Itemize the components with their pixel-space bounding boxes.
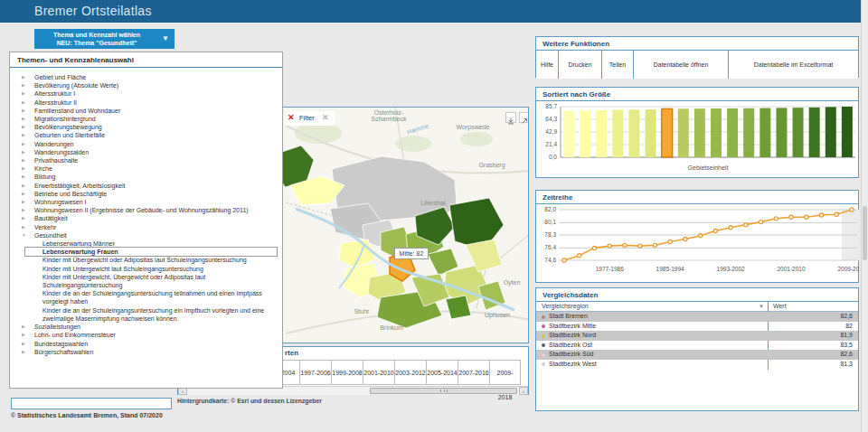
menu-item[interactable]: ▶Kirche [10,164,282,173]
comparison-row[interactable]: Stadt Bremen82,6 [536,312,858,322]
function-button[interactable]: Datentabelle öffnen [634,51,729,79]
bar[interactable] [711,108,722,157]
menu-item[interactable]: Lebenserwartung Frauen [10,248,282,256]
bar[interactable] [612,110,623,157]
comparison-row[interactable]: Stadtbezirk Mitte82 [536,322,858,332]
function-button[interactable]: Teilen [602,51,634,79]
page-scrollbar[interactable] [861,0,868,432]
column-value-label[interactable]: Wert [773,303,787,309]
function-button[interactable]: Hilfe [536,51,559,79]
bar[interactable] [826,107,836,157]
timeline-cell[interactable]: 2001-2010 [363,360,394,385]
menu-item[interactable]: ▶Wanderungssalden [10,148,282,156]
line-chart[interactable]: 82,080,178,376,474,61977-19861985-199419… [537,204,859,282]
expand-map-button[interactable] [519,112,529,123]
scroll-right-arrow[interactable]: › [519,387,528,395]
menu-item[interactable]: Kinder mit Untergewicht, Übergewicht ode… [10,273,282,289]
line-marker[interactable] [638,244,642,248]
menu-item[interactable]: ▶Migrationshintergrund [10,115,282,123]
bar[interactable] [793,108,804,157]
menu-item[interactable]: Kinder mit Untergewicht laut Schuleingan… [10,265,282,273]
close-filter-icon[interactable]: ✕ [288,113,295,122]
line-marker[interactable] [819,213,823,217]
bar[interactable] [563,111,574,157]
line-marker[interactable] [592,246,596,249]
menu-item[interactable]: ▶Familienstand und Wohndauer [10,107,282,115]
menu-item[interactable]: ▶Gebiet und Fläche [10,73,282,81]
menu-item[interactable]: Kinder mit Übergewicht oder Adipositas l… [10,256,282,264]
timeline-cell[interactable]: 1999-2008 [331,360,363,385]
scrollbar-thumb[interactable] [370,388,517,394]
menu-item[interactable]: ▶Bundestagswahlen [10,340,282,348]
menu-item[interactable]: ▶Wanderungen [10,140,282,148]
bar[interactable] [776,108,787,157]
comparison-row[interactable]: Stadtbezirk Nord81,9 [536,331,858,341]
bar-chart[interactable]: 85,764,342,921,40,0Gebietseinheit [537,101,859,177]
timeline-cell[interactable]: 1997-2006 [299,360,331,385]
function-button[interactable]: Datentabelle im Excelformat [729,51,858,79]
clear-filter-icon[interactable]: ✕ [322,113,329,122]
line-marker[interactable] [578,254,581,258]
menu-item[interactable]: Kinder die an der Schuleingangsuntersuch… [10,306,282,323]
menu-item[interactable]: ▶Bautätigkeit [10,214,282,222]
line-marker[interactable] [850,208,854,211]
timeline-cell[interactable]: 2009-2018 [489,360,521,385]
line-marker[interactable] [668,239,672,243]
menu-item[interactable]: ▶Lohn- und Einkommensteuer [10,331,282,339]
bar[interactable] [743,108,754,157]
menu-item[interactable]: ▶Wohnungswesen I [10,198,282,206]
page-scrollbar-thumb[interactable] [863,206,867,260]
menu-item[interactable]: Kinder die an der Schuleingangsuntersuch… [10,289,282,305]
menu-item[interactable]: ▶Wohnungswesen II (Ergebnisse der Gebäud… [10,206,282,214]
menu-item[interactable]: ▶Betriebe und Beschäftigte [10,190,282,198]
menu-item[interactable]: ▶Altersstruktur I [10,89,282,98]
line-marker[interactable] [729,226,732,230]
theme-dropdown-button[interactable]: Thema und Kennzahl wählen NEU: Thema "Ge… [34,29,175,49]
timeline-cell[interactable]: 2003-2012 [394,360,426,385]
bar[interactable] [646,109,656,157]
bar[interactable] [694,108,705,157]
line-marker[interactable] [759,221,762,224]
menu-item[interactable]: ▶Geburten und Sterbefälle [10,131,282,139]
bar[interactable] [842,107,853,157]
bar[interactable] [596,110,607,157]
column-region-label[interactable]: Vergleichsregion [542,303,589,309]
line-marker[interactable] [713,229,717,232]
menu-item[interactable]: ▶Altersstruktur II [10,99,282,107]
line-marker[interactable] [805,215,808,219]
bar[interactable] [580,110,590,157]
bar[interactable] [727,108,738,157]
line-marker[interactable] [835,212,838,216]
menu-item[interactable]: ▶Bildung [10,173,282,181]
menu-item[interactable]: ▶Bevölkerung (Absolute Werte) [10,81,282,89]
line-marker[interactable] [653,243,656,247]
menu-item[interactable]: ▶Sozialleistungen [10,323,282,331]
function-button[interactable]: Drucken [559,51,602,79]
bar[interactable] [678,108,689,157]
line-marker[interactable] [684,237,687,240]
line-marker[interactable] [623,243,627,247]
bar[interactable] [809,108,820,157]
bar-selected-mitte[interactable] [662,108,673,157]
timeline-cell[interactable]: 2005-2014 [426,360,458,385]
line-marker[interactable] [774,217,778,221]
bar[interactable] [760,108,770,157]
menu-item[interactable]: ▼Gesundheit [10,231,282,239]
menu-item[interactable]: ▶Erwerbstätigkeit, Arbeitslosigkeit [10,182,282,190]
sort-caret-icon[interactable]: ▼ [759,304,764,309]
timeline-cell[interactable]: 2007-2016 [458,360,489,385]
line-marker[interactable] [608,244,611,248]
download-map-button[interactable] [505,112,516,123]
menu-item[interactable]: ▶Privathaushalte [10,156,282,164]
menu-item[interactable]: ▶Bevölkerungsbewegung [10,123,282,131]
line-marker[interactable] [562,258,566,262]
comparison-row[interactable]: Stadtbezirk Ost83,5 [536,341,858,351]
menu-item[interactable]: ▶Bürgerschaftswahlen [10,348,282,356]
bar[interactable] [628,109,639,157]
line-marker[interactable] [699,234,703,238]
line-marker[interactable] [744,223,748,227]
comparison-row[interactable]: Stadtbezirk Süd82,6 [536,350,858,360]
comparison-row[interactable]: Stadtbezirk West81,3 [536,360,858,370]
menu-item[interactable]: ▶Verkehr [10,223,282,231]
line-marker[interactable] [789,215,793,219]
